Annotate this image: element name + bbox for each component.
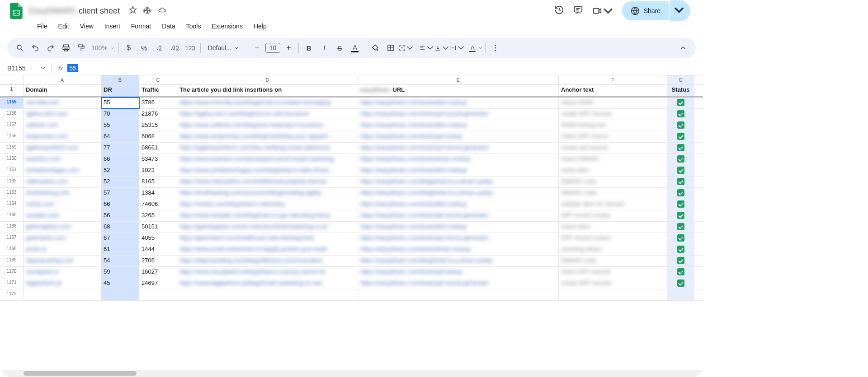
cell[interactable]: bigiperform.pl (24, 278, 101, 289)
cell[interactable]: 6068 (139, 131, 177, 142)
zoom-select[interactable]: 100% (90, 44, 116, 51)
cell[interactable]: check DMARC (559, 154, 667, 165)
print-icon[interactable] (59, 41, 73, 55)
row-header[interactable]: 1166 (0, 222, 24, 233)
decrease-decimal-icon[interactable]: .0̲ (152, 41, 167, 55)
cell[interactable]: 68661 (139, 143, 177, 154)
cell[interactable]: textpromax.com (24, 131, 101, 142)
cell[interactable]: https://easydmarc.com/tools/spf-record-g… (358, 143, 559, 154)
cell[interactable] (667, 109, 694, 120)
cell[interactable]: https://easydmarc.com/tools/spf-lookup (358, 267, 559, 278)
meet-icon[interactable] (592, 6, 613, 16)
cell[interactable]: easydmarc URL (358, 85, 559, 96)
cell[interactable] (667, 244, 694, 255)
cell[interactable]: https://www.brainlion.com/post/spam-proo… (177, 154, 358, 165)
cell[interactable]: https://easydmarc.com/tools/spf-record-g… (358, 109, 559, 120)
fill-color-icon[interactable] (368, 41, 382, 55)
move-icon[interactable] (143, 6, 151, 16)
cell[interactable]: check SPF record (559, 131, 667, 142)
cell[interactable]: https://sohdu.com/blog/what-is-telemetry (177, 199, 358, 210)
cell[interactable]: https://easydmarc.com/tools/dmarc-lookup (358, 244, 559, 255)
wrap-icon[interactable] (450, 41, 464, 55)
row-header[interactable]: 1161 (0, 165, 24, 176)
cell[interactable]: https://easydmarc.com/tools/dkim-lookup (358, 222, 559, 233)
cell[interactable]: create SPF records (559, 109, 667, 120)
cell[interactable]: https://getsmtech.com/healthcare-web-dev… (177, 233, 358, 244)
cell[interactable]: 3265 (139, 210, 177, 221)
row-header[interactable]: 1164 (0, 199, 24, 210)
cell[interactable]: 52 (101, 177, 139, 187)
col-header[interactable]: E (358, 75, 559, 84)
merge-icon[interactable] (399, 41, 413, 55)
cell[interactable]: https://www.similartechapps.com/blog/wha… (177, 165, 358, 176)
col-header[interactable]: A (24, 75, 101, 84)
cell[interactable] (667, 98, 694, 108)
text-color-icon[interactable]: A (348, 41, 362, 55)
format-123-icon[interactable]: 123 (183, 41, 198, 55)
cell[interactable]: 50151 (139, 222, 177, 233)
cell[interactable]: https://daymarseting.com/blog/effective-… (177, 256, 358, 266)
cell[interactable]: agileexperttech.com (24, 143, 101, 154)
cell[interactable]: https://easydmarc.com/blog/what-is-a-dma… (358, 256, 559, 266)
cell[interactable]: 21876 (139, 109, 177, 120)
cell[interactable]: 70 (101, 109, 139, 120)
cell[interactable]: https://easydmarc.com/tools/spf-record-g… (358, 210, 559, 221)
cell[interactable]: https://www.seopals.com/blog/new-cs-ppc-… (177, 210, 358, 221)
row-header[interactable]: 1155 (0, 98, 24, 108)
cell[interactable]: https://www.cloudpaint.io/blog/what-is-a… (177, 267, 358, 278)
paint-format-icon[interactable] (74, 41, 89, 55)
cell[interactable]: brothearting.com (24, 188, 101, 199)
cell[interactable]: verify dkim (559, 165, 667, 176)
cell[interactable]: https://www.textpromax.com/blog/marketin… (177, 131, 358, 142)
cell[interactable]: checking dmarc (559, 244, 667, 255)
cell[interactable] (667, 199, 694, 210)
cell[interactable]: SPF record creator (559, 233, 667, 244)
menu-file[interactable]: File (33, 20, 52, 33)
cell[interactable]: 66 (101, 154, 139, 165)
increase-decimal-icon[interactable]: .00̲ (168, 41, 182, 55)
cell[interactable]: getsmtech.com (24, 233, 101, 244)
cell[interactable] (667, 233, 694, 244)
cell[interactable]: 1384 (139, 188, 177, 199)
formula-input[interactable]: 55 (67, 64, 78, 72)
undo-icon[interactable] (28, 41, 42, 55)
cell[interactable]: create spf records (559, 143, 667, 154)
cell[interactable]: https://easydmarc.com/tools/spf-record-g… (358, 278, 559, 289)
row-header[interactable]: 1171 (0, 278, 24, 289)
select-all-corner[interactable] (0, 75, 24, 84)
cell[interactable] (667, 177, 694, 187)
cell[interactable]: https://agiliux.biz2.com/blog/how-to-sel… (177, 109, 358, 120)
cell[interactable] (24, 289, 101, 300)
row-header[interactable]: 1165 (0, 210, 24, 221)
cell[interactable]: https://easydmarc.com/tools/dmarc-lookup (358, 154, 559, 165)
halign-icon[interactable] (419, 41, 434, 55)
row-header[interactable]: 1158 (0, 131, 24, 142)
cell[interactable] (139, 289, 177, 300)
sheets-logo-icon[interactable] (7, 2, 25, 20)
cell[interactable]: https://easydmarc.com/tools/spf-record-g… (358, 233, 559, 244)
cell[interactable]: 52 (101, 165, 139, 176)
cell[interactable] (559, 289, 667, 300)
cell[interactable]: Status (667, 85, 694, 96)
cell[interactable] (667, 267, 694, 278)
cell[interactable]: https://easydmarc.com/blog/what-is-a-dma… (358, 177, 559, 187)
cell[interactable]: agiliux.biz2.com (24, 109, 101, 120)
cell[interactable] (667, 188, 694, 199)
row-header[interactable]: 1168 (0, 244, 24, 255)
collapse-toolbar-icon[interactable] (676, 41, 690, 55)
font-size-input[interactable]: 10 (265, 43, 281, 53)
increase-font-icon[interactable]: + (281, 41, 296, 55)
cell[interactable]: seopals.com (24, 210, 101, 221)
cell[interactable]: cloudpaint.xi (24, 267, 101, 278)
cell[interactable] (101, 289, 139, 300)
font-select[interactable]: Defaul... (203, 44, 244, 51)
cell[interactable]: DMARC rules (559, 256, 667, 266)
search-icon[interactable] (13, 41, 27, 55)
cell[interactable]: https://easydmarc.com/blog/what-is-a-dma… (358, 188, 559, 199)
cell[interactable]: 45 (101, 278, 139, 289)
cell[interactable]: SPF record creator (559, 210, 667, 221)
cell[interactable]: DMARC rules (559, 188, 667, 199)
menu-insert[interactable]: Insert (100, 20, 125, 33)
cell[interactable]: daymarseting.com (24, 256, 101, 266)
cell[interactable]: https://easydmarc.com/tools/dkim-lookup (358, 120, 559, 131)
